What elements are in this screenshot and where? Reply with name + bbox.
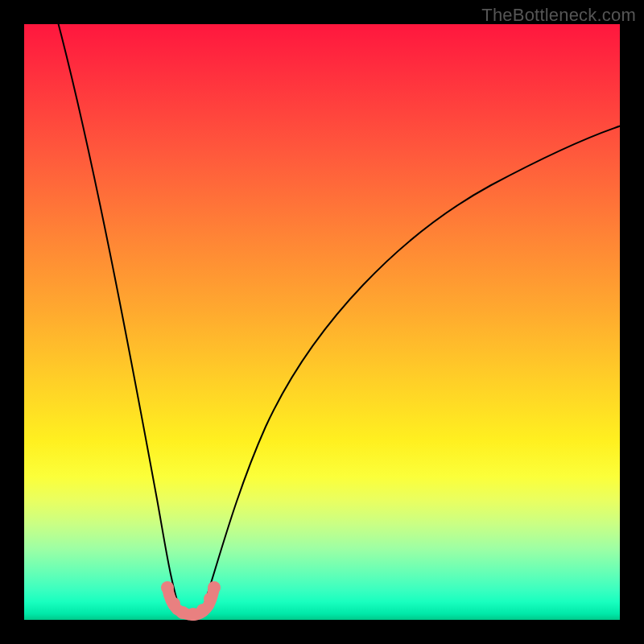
bottleneck-right-curve [201,126,621,613]
marker-dot [196,604,209,617]
marker-dot [204,592,217,605]
marker-dot [208,581,221,594]
watermark-text: TheBottleneck.com [481,5,636,26]
bottleneck-left-curve [56,16,181,613]
chart-svg [24,24,620,620]
marker-dot [161,581,174,594]
